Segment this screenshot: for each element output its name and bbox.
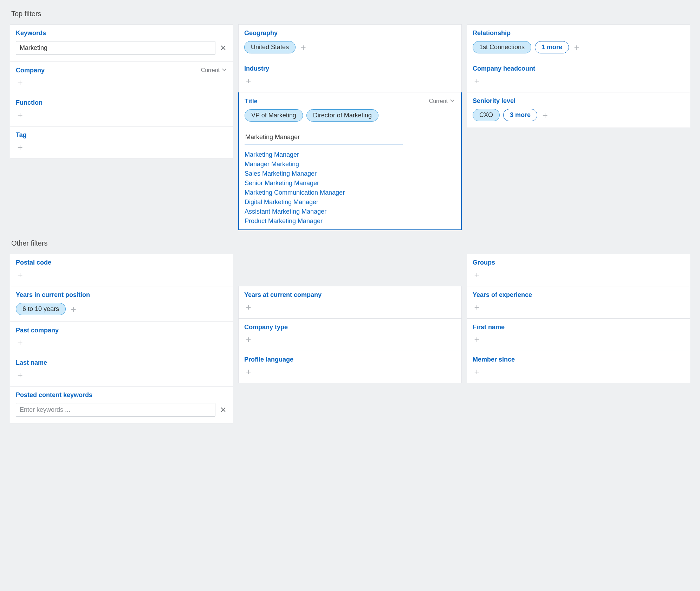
filter-geography-title: Geography — [244, 30, 278, 37]
past-company-add-icon[interactable]: + — [16, 338, 24, 347]
other-col-2: Years at current company + Years at curr… — [238, 254, 462, 383]
filter-industry: Industry + — [238, 60, 462, 92]
filter-years-current-position-title: Years in current position — [16, 291, 90, 299]
filter-relationship: Relationship 1st Connections 1 more + — [467, 24, 690, 60]
title-chip[interactable]: VP of Marketing — [245, 109, 303, 122]
filter-postal-code: Postal code + — [10, 254, 233, 286]
filter-title-title: Title — [245, 98, 258, 105]
title-suggestion[interactable]: Digital Marketing Manager — [245, 197, 455, 207]
company-type-add-icon[interactable]: + — [244, 335, 253, 344]
filter-company-headcount: Company headcount + — [467, 60, 690, 92]
chevron-down-icon — [221, 66, 227, 74]
filter-years-of-experience-title: Years of experience — [473, 291, 532, 299]
top-col-3: Relationship 1st Connections 1 more + Co… — [467, 24, 690, 128]
posted-content-keywords-clear-icon[interactable]: ✕ — [219, 405, 227, 415]
top-filters-grid: Keywords ✕ Company Current + Function + — [10, 24, 690, 230]
keywords-clear-icon[interactable]: ✕ — [219, 44, 227, 53]
title-suggestion[interactable]: Manager Marketing — [245, 160, 455, 169]
title-chip[interactable]: Director of Marketing — [306, 109, 378, 122]
tag-add-icon[interactable]: + — [16, 143, 24, 151]
filter-keywords: Keywords ✕ — [10, 24, 233, 61]
geography-chip[interactable]: United States — [244, 41, 296, 53]
filter-postal-code-title: Postal code — [16, 259, 51, 266]
filter-last-name-title: Last name — [16, 359, 47, 366]
filter-past-company: Past company + — [10, 322, 233, 354]
other-col-3: Groups + Years of experience + First nam… — [467, 254, 690, 383]
first-name-add-icon[interactable]: + — [473, 335, 481, 344]
company-add-icon[interactable]: + — [16, 78, 24, 87]
title-suggestion[interactable]: Senior Marketing Manager — [245, 178, 455, 188]
postal-code-add-icon[interactable]: + — [16, 271, 24, 279]
relationship-chip[interactable]: 1st Connections — [473, 41, 531, 53]
years-current-position-add-icon[interactable]: + — [69, 305, 78, 313]
filter-function: Function + — [10, 94, 233, 126]
filter-company-title: Company — [16, 67, 45, 74]
filter-past-company-title: Past company — [16, 327, 59, 334]
member-since-add-icon[interactable]: + — [473, 368, 481, 376]
filter-keywords-title: Keywords — [16, 30, 46, 37]
title-scope-label: Current — [429, 98, 448, 104]
last-name-add-icon[interactable]: + — [16, 371, 24, 379]
title-suggestion[interactable]: Marketing Communication Manager — [245, 188, 455, 197]
filter-function-title: Function — [16, 99, 43, 106]
seniority-chip[interactable]: CXO — [473, 109, 500, 121]
title-suggestion-list: Marketing Manager Manager Marketing Sale… — [245, 150, 455, 226]
filter-company-headcount-title: Company headcount — [473, 65, 535, 72]
groups-add-icon[interactable]: + — [473, 271, 481, 279]
filter-years-at-current-company-visible: Years at current company + — [238, 286, 462, 319]
filter-years-current-position: Years in current position 6 to 10 years … — [10, 286, 233, 322]
filter-company-type-title: Company type — [244, 324, 288, 331]
filter-tag: Tag + — [10, 126, 233, 159]
filter-member-since: Member since + — [467, 351, 690, 383]
filter-tag-title: Tag — [16, 131, 27, 139]
posted-content-keywords-input[interactable] — [16, 403, 215, 417]
section-title-other-filters: Other filters — [11, 239, 690, 247]
years-at-current-company-add-icon[interactable]: + — [244, 303, 253, 311]
industry-add-icon[interactable]: + — [244, 77, 253, 85]
chevron-down-icon — [449, 97, 455, 105]
filter-company: Company Current + — [10, 61, 233, 94]
filter-posted-content-keywords: Posted content keywords ✕ — [10, 387, 233, 423]
function-add-icon[interactable]: + — [16, 111, 24, 119]
title-search-input[interactable] — [245, 131, 403, 144]
filter-industry-title: Industry — [244, 65, 269, 72]
section-title-top-filters: Top filters — [11, 10, 690, 18]
filter-company-type: Company type + — [238, 319, 462, 351]
filter-profile-language-title: Profile language — [244, 356, 293, 363]
title-scope-select[interactable]: Current — [429, 97, 455, 105]
company-headcount-add-icon[interactable]: + — [473, 77, 481, 85]
filter-groups-title: Groups — [473, 259, 495, 266]
seniority-more-chip[interactable]: 3 more — [503, 109, 537, 121]
title-suggestion[interactable]: Product Marketing Manager — [245, 216, 455, 226]
seniority-add-icon[interactable]: + — [541, 111, 549, 119]
years-current-position-chip[interactable]: 6 to 10 years — [16, 303, 66, 315]
geography-add-icon[interactable]: + — [299, 43, 307, 52]
filter-geography: Geography United States + — [238, 24, 462, 60]
title-suggestion[interactable]: Sales Marketing Manager — [245, 169, 455, 178]
other-col-1: Postal code + Years in current position … — [10, 254, 233, 423]
filter-first-name-title: First name — [473, 324, 505, 331]
filter-member-since-title: Member since — [473, 356, 515, 363]
filter-seniority: Seniority level CXO 3 more + — [467, 92, 690, 128]
title-suggestion[interactable]: Assistant Marketing Manager — [245, 207, 455, 216]
filter-profile-language: Profile language + — [238, 351, 462, 383]
company-scope-label: Current — [201, 67, 220, 73]
filter-years-of-experience: Years of experience + — [467, 286, 690, 319]
top-col-2: Geography United States + Industry + Tit… — [238, 24, 462, 230]
years-of-experience-add-icon[interactable]: + — [473, 303, 481, 311]
relationship-more-chip[interactable]: 1 more — [535, 41, 569, 53]
keywords-input[interactable] — [16, 41, 215, 55]
profile-language-add-icon[interactable]: + — [244, 368, 253, 376]
company-scope-select[interactable]: Current — [201, 66, 227, 74]
filter-first-name: First name + — [467, 319, 690, 351]
top-col-1: Keywords ✕ Company Current + Function + — [10, 24, 233, 159]
filter-seniority-title: Seniority level — [473, 97, 516, 105]
filter-groups: Groups + — [467, 254, 690, 286]
title-suggestion[interactable]: Marketing Manager — [245, 150, 455, 160]
other-filters-grid: Postal code + Years in current position … — [10, 254, 690, 423]
filter-title: Title Current VP of Marketing Director o… — [238, 92, 462, 230]
filter-last-name: Last name + — [10, 354, 233, 387]
filter-relationship-title: Relationship — [473, 30, 511, 37]
filter-posted-content-keywords-title: Posted content keywords — [16, 391, 92, 399]
relationship-add-icon[interactable]: + — [572, 43, 581, 52]
